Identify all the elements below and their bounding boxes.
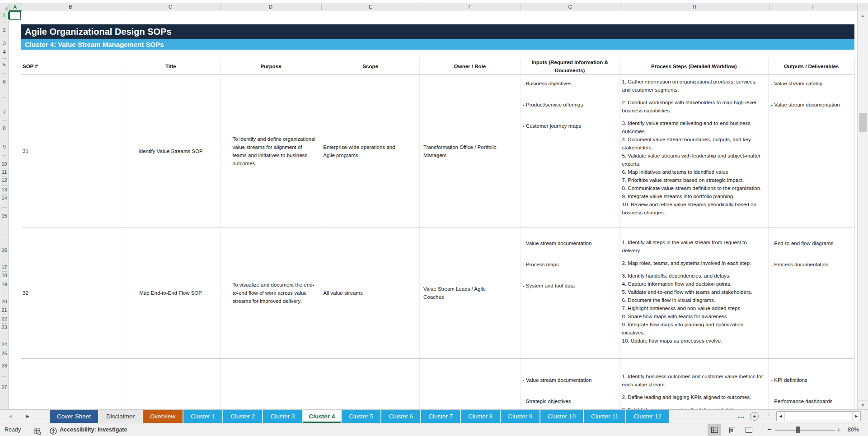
cell-purpose[interactable]: To identify and define organizational va…	[221, 75, 321, 227]
tab-cluster-4-active[interactable]: Cluster 4	[303, 410, 341, 423]
tab-nav-left-icon[interactable]: ◄	[8, 410, 13, 423]
zoom-slider-track[interactable]	[775, 430, 835, 431]
column-header-D[interactable]: D	[264, 3, 277, 11]
add-sheet-icon[interactable]: +	[750, 412, 759, 421]
row-header-1[interactable]: 1	[0, 12, 9, 19]
tab-cluster-8[interactable]: Cluster 8	[461, 410, 500, 423]
row-header-21[interactable]: 21	[0, 306, 9, 314]
row-header-2[interactable]: 2	[0, 26, 9, 33]
cell-owner-role[interactable]: Transformation Office / Portfolio Manage…	[420, 75, 521, 227]
tab-cluster-2[interactable]: Cluster 2	[223, 410, 262, 423]
row-header-13[interactable]: 13	[0, 186, 9, 193]
normal-view-icon[interactable]	[708, 424, 721, 436]
row-header-22[interactable]: 22	[0, 315, 9, 322]
row-header-24[interactable]: 24	[0, 341, 9, 348]
row-header-12[interactable]: 12	[0, 176, 9, 184]
more-sheets-icon[interactable]: …	[737, 410, 745, 423]
cell-owner-role[interactable]	[420, 359, 521, 409]
row-header-10[interactable]: 10	[0, 160, 9, 167]
column-header-F[interactable]: F	[463, 3, 477, 11]
column-header-C[interactable]: C	[164, 3, 177, 11]
column-header-G[interactable]: G	[563, 3, 577, 11]
accessibility-icon[interactable]	[50, 427, 57, 436]
row-header-16[interactable]: 16	[0, 246, 9, 254]
row-header-11[interactable]: 11	[0, 168, 9, 176]
row-header-19[interactable]: 19	[0, 281, 9, 288]
zoom-slider-thumb[interactable]	[796, 427, 800, 433]
tab-nav-right-icon[interactable]: ►	[25, 410, 30, 423]
zoom-percentage-label[interactable]: 80%	[848, 423, 859, 436]
scroll-up-icon[interactable]: ▲	[858, 11, 868, 20]
row-header-26[interactable]: 26	[0, 362, 9, 369]
cell-sop-number[interactable]: 32	[21, 227, 121, 358]
cell-purpose[interactable]: To visualize and document the end-to-end…	[221, 227, 321, 358]
page-layout-view-icon[interactable]	[725, 424, 738, 436]
zoom-in-icon[interactable]: +	[837, 423, 841, 436]
row-header-3[interactable]: 3	[0, 40, 9, 47]
scroll-left-icon[interactable]: ◄	[777, 412, 785, 421]
row-header-18[interactable]: 18	[0, 272, 9, 279]
cell-inputs[interactable]: - Business objectives- Product/service o…	[521, 75, 620, 227]
cell-outputs[interactable]: - End-to-end flow diagrams- Process docu…	[769, 227, 854, 358]
column-header-H[interactable]: H	[688, 3, 701, 11]
horizontal-scrollbar[interactable]: ◄ ►	[776, 411, 861, 421]
active-cell-a1[interactable]	[9, 11, 21, 20]
cell-process-steps[interactable]: 1. Identify all steps in the value strea…	[620, 227, 769, 358]
row-header-25[interactable]: 25	[0, 350, 9, 357]
column-header-B[interactable]: B	[64, 3, 77, 11]
column-header-A[interactable]: A	[8, 3, 22, 11]
row-header-17[interactable]: 17	[0, 264, 9, 271]
scroll-down-icon[interactable]: ▼	[858, 400, 868, 409]
cell-process-steps[interactable]: 1. Identify business outcomes and custom…	[620, 359, 769, 409]
tab-cluster-6[interactable]: Cluster 6	[381, 410, 420, 423]
accessibility-status-label[interactable]: Accessibility: Investigate	[60, 423, 127, 436]
row-header-20[interactable]: 20	[0, 298, 9, 305]
row-header-6[interactable]: 6	[0, 78, 9, 85]
tab-cluster-12[interactable]: Cluster 12	[626, 410, 669, 423]
tab-cluster-9[interactable]: Cluster 9	[501, 410, 540, 423]
zoom-out-icon[interactable]: −	[767, 423, 771, 436]
cell-outputs[interactable]: - KPI definitions- Performance dashboard…	[769, 359, 854, 409]
row-header-27[interactable]: 27	[0, 384, 9, 391]
cell-owner-role[interactable]: Value Stream Leads / Agile Coaches	[420, 227, 521, 358]
cell-outputs[interactable]: - Value stream catalog- Value stream doc…	[769, 75, 854, 227]
scroll-right-icon[interactable]: ►	[852, 412, 860, 421]
row-header-5[interactable]: 5	[0, 61, 9, 68]
column-header-E[interactable]: E	[364, 3, 377, 11]
tab-cluster-1[interactable]: Cluster 1	[183, 410, 222, 423]
tab-disclaimer[interactable]: Disclaimer	[99, 410, 142, 423]
cell-sop-number[interactable]	[21, 359, 121, 409]
cell-inputs[interactable]: - Value stream documentation- Strategic …	[521, 359, 620, 409]
worksheet-area[interactable]: Agile Organizational Design SOPs Cluster…	[9, 11, 857, 409]
fill-handle[interactable]	[19, 19, 21, 21]
tab-overview[interactable]: Overview	[143, 410, 183, 423]
row-header-8[interactable]: 8	[0, 125, 9, 132]
tab-cluster-10[interactable]: Cluster 10	[540, 410, 583, 423]
row-header-15[interactable]: 15	[0, 212, 9, 219]
vertical-scrollbar[interactable]: ▲ ▼	[857, 11, 868, 409]
select-all-corner[interactable]	[0, 3, 9, 11]
cell-title[interactable]: Identify Value Streams SOP	[121, 75, 221, 227]
macro-record-icon[interactable]	[34, 427, 41, 436]
tab-cluster-3[interactable]: Cluster 3	[263, 410, 302, 423]
column-header-I[interactable]: I	[806, 3, 820, 11]
cell-title[interactable]	[121, 359, 221, 409]
tab-cluster-11[interactable]: Cluster 11	[584, 410, 626, 423]
page-break-view-icon[interactable]	[742, 424, 755, 436]
row-header-9[interactable]: 9	[0, 143, 9, 150]
row-header-14[interactable]: 14	[0, 195, 9, 202]
row-header-7[interactable]: 7	[0, 109, 9, 116]
cell-title[interactable]: Map End-to-End Flow SOP	[121, 227, 221, 358]
cell-process-steps[interactable]: 1. Gather information on organizational …	[620, 75, 769, 227]
row-header-23[interactable]: 23	[0, 324, 9, 331]
vertical-scrollbar-thumb[interactable]	[859, 113, 867, 132]
cell-scope[interactable]: Enterprise-wide operations and Agile pro…	[321, 75, 420, 227]
cell-inputs[interactable]: - Value stream documentation- Process ma…	[521, 227, 620, 358]
cell-scope[interactable]: All value streams	[321, 227, 420, 358]
cell-scope[interactable]	[321, 359, 420, 409]
tab-cluster-7[interactable]: Cluster 7	[421, 410, 460, 423]
cell-sop-number[interactable]: 31	[21, 75, 121, 227]
tab-cover-sheet[interactable]: Cover Sheet	[50, 410, 98, 423]
row-header-4[interactable]: 4	[0, 48, 9, 56]
tab-cluster-5[interactable]: Cluster 5	[342, 410, 380, 423]
